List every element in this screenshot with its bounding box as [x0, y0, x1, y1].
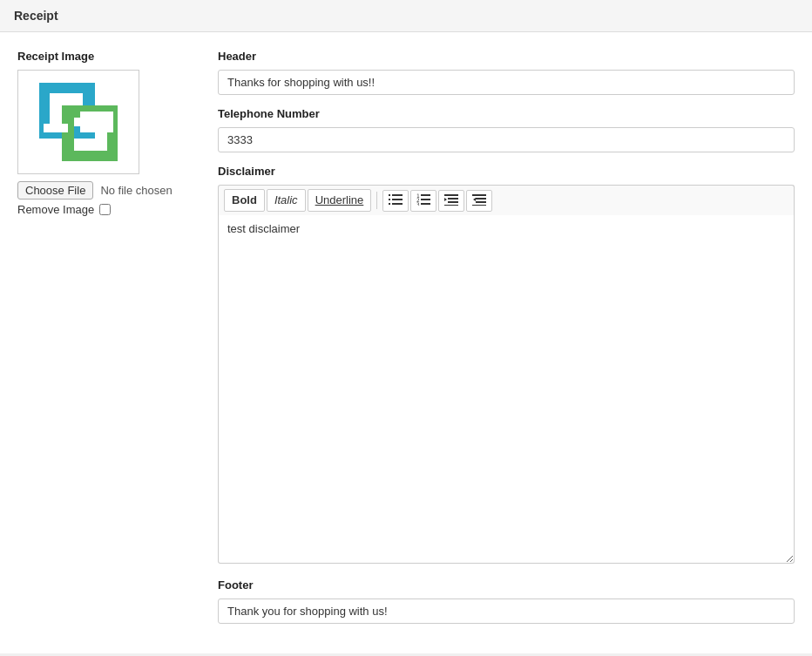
- footer-label: Footer: [218, 578, 795, 592]
- telephone-label: Telephone Number: [218, 107, 795, 120]
- svg-rect-22: [476, 198, 486, 200]
- svg-rect-16: [444, 194, 458, 196]
- svg-rect-3: [44, 124, 68, 132]
- svg-marker-20: [444, 198, 447, 201]
- footer-group: Footer: [218, 578, 795, 624]
- svg-rect-6: [389, 199, 390, 200]
- panel-header: Receipt: [0, 0, 812, 32]
- unordered-list-button[interactable]: [382, 190, 409, 212]
- remove-image-label: Remove Image: [17, 203, 94, 216]
- header-group: Header: [218, 50, 795, 95]
- list-ul-icon: [389, 193, 403, 208]
- toolbar-divider: [376, 192, 377, 209]
- header-input[interactable]: [218, 70, 795, 95]
- remove-image-checkbox[interactable]: [99, 204, 111, 215]
- disclaimer-textarea[interactable]: test disclaimer: [218, 215, 795, 564]
- outdent-icon: [472, 193, 486, 208]
- list-ol-icon: 1 2 3: [416, 193, 430, 208]
- indent-icon: [444, 193, 458, 208]
- outdent-button[interactable]: [466, 190, 492, 212]
- telephone-input[interactable]: [218, 127, 795, 152]
- svg-rect-23: [476, 201, 486, 203]
- logo-image: [39, 83, 118, 161]
- svg-rect-2: [80, 112, 113, 132]
- footer-input[interactable]: [218, 599, 795, 624]
- underline-button[interactable]: Underline: [308, 189, 372, 212]
- bold-button[interactable]: Bold: [224, 189, 265, 212]
- italic-button[interactable]: Italic: [267, 189, 306, 212]
- svg-rect-4: [389, 194, 390, 196]
- svg-rect-5: [392, 194, 403, 196]
- svg-rect-7: [392, 199, 403, 200]
- svg-marker-25: [473, 198, 476, 201]
- receipt-image-label: Receipt Image: [17, 50, 192, 63]
- disclaimer-toolbar: Bold Italic Underline: [218, 185, 795, 215]
- disclaimer-group: Disclaimer Bold Italic Underline: [218, 165, 795, 566]
- choose-file-button[interactable]: Choose File: [17, 181, 93, 200]
- ordered-list-button[interactable]: 1 2 3: [410, 190, 436, 212]
- no-file-text: No file chosen: [100, 184, 172, 197]
- indent-button[interactable]: [438, 190, 464, 212]
- svg-rect-13: [421, 199, 430, 200]
- remove-image-row: Remove Image: [17, 203, 192, 216]
- telephone-group: Telephone Number: [218, 107, 795, 152]
- svg-rect-18: [448, 201, 458, 203]
- svg-rect-17: [448, 198, 458, 200]
- svg-rect-24: [472, 205, 486, 206]
- panel-title: Receipt: [14, 9, 58, 23]
- svg-rect-15: [421, 203, 430, 205]
- disclaimer-label: Disclaimer: [218, 165, 795, 178]
- left-column: Receipt Image Choose File No file c: [17, 50, 192, 636]
- svg-rect-19: [444, 205, 458, 206]
- image-preview: [17, 70, 139, 174]
- right-column: Header Telephone Number Disclaimer Bold …: [218, 50, 795, 636]
- svg-rect-21: [472, 194, 486, 196]
- page-wrapper: Receipt Receipt Image: [0, 0, 812, 656]
- file-input-row: Choose File No file chosen: [17, 181, 192, 200]
- header-label: Header: [218, 50, 795, 63]
- panel-body: Receipt Image Choose File No file c: [0, 32, 812, 653]
- svg-rect-9: [392, 203, 403, 205]
- svg-rect-11: [421, 194, 430, 196]
- svg-rect-8: [389, 203, 390, 205]
- svg-text:3: 3: [416, 201, 420, 206]
